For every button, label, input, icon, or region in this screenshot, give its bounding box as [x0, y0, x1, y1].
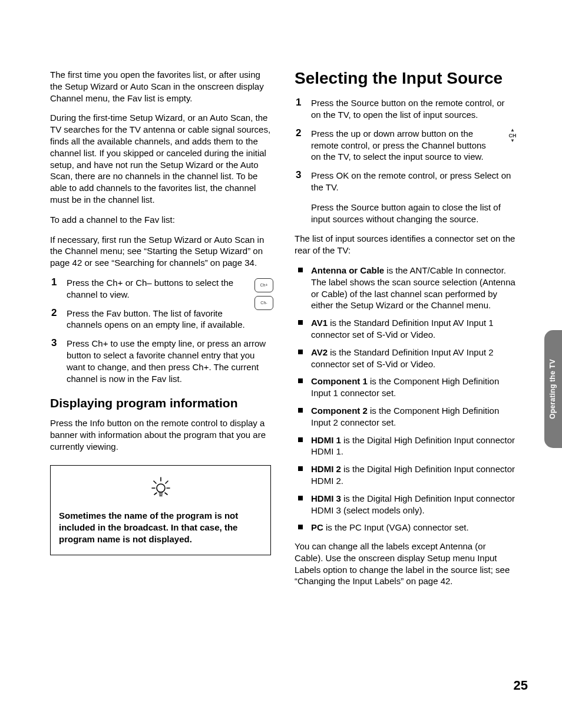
- input-desc: is the Digital High Definition Input con…: [311, 464, 515, 486]
- step-text: Press the Source button on the remote co…: [311, 98, 505, 120]
- input-label: HDMI 1: [311, 435, 341, 445]
- step-3: 3 Press Ch+ to use the empty line, or pr…: [67, 338, 271, 384]
- tip-box: Sometimes the name of the program is not…: [50, 465, 271, 555]
- right-column: Selecting the Input Source 1 Press the S…: [295, 69, 515, 595]
- ch-plus-icon: Ch+: [254, 278, 273, 292]
- input-label: Component 1: [311, 376, 368, 386]
- paragraph: If necessary, first run the Setup Wizard…: [50, 234, 271, 269]
- list-item: AV1 is the Standard Definition Input AV …: [311, 317, 515, 341]
- input-desc: is the Digital High Definition Input con…: [311, 493, 515, 515]
- input-label: AV1: [311, 318, 328, 328]
- arrow-down-icon: ▼: [506, 139, 519, 144]
- paragraph: To add a channel to the Fav list:: [50, 214, 271, 226]
- step-number: 2: [51, 307, 57, 319]
- page-content: The first time you open the favorites li…: [50, 69, 515, 595]
- svg-line-3: [166, 481, 168, 483]
- left-column: The first time you open the favorites li…: [50, 69, 271, 595]
- input-desc: is the Standard Definition Input AV Inpu…: [311, 347, 494, 369]
- svg-line-7: [165, 493, 167, 495]
- input-label: HDMI 3: [311, 493, 341, 503]
- step-1: 1 Press the Source button on the remote …: [311, 97, 515, 121]
- tip-text: Sometimes the name of the program is not…: [59, 510, 262, 545]
- input-desc: is the Standard Definition Input AV Inpu…: [311, 318, 494, 340]
- list-item: PC is the PC Input (VGA) connector set.: [311, 522, 515, 533]
- input-label: AV2: [311, 347, 328, 357]
- step-text: Press the Fav button. The list of favori…: [67, 308, 271, 331]
- step-3: 3 Press OK on the remote control, or pre…: [311, 170, 515, 193]
- heading-selecting-input-source: Selecting the Input Source: [295, 69, 515, 88]
- step-number: 3: [51, 337, 57, 350]
- list-item: HDMI 2 is the Digital High Definition In…: [311, 463, 515, 487]
- step-2: 2 Press the Fav button. The list of favo…: [67, 308, 271, 331]
- svg-point-0: [157, 484, 165, 492]
- paragraph: Press the Source button again to close t…: [295, 202, 515, 225]
- paragraph: The list of input sources identifies a c…: [295, 233, 515, 256]
- svg-line-2: [154, 481, 156, 483]
- svg-line-6: [154, 493, 157, 495]
- list-item: Antenna or Cable is the ANT/Cable In con…: [311, 265, 515, 311]
- paragraph: You can change all the labels except Ant…: [295, 541, 515, 587]
- list-item: HDMI 3 is the Digital High Definition In…: [311, 493, 515, 516]
- step-number: 2: [296, 127, 301, 140]
- paragraph: The first time you open the favorites li…: [50, 69, 271, 104]
- step-number: 1: [296, 96, 301, 109]
- input-label: Component 2: [311, 406, 368, 416]
- lightbulb-icon: [59, 476, 262, 502]
- paragraph: During the first-time Setup Wizard, or a…: [50, 112, 271, 205]
- input-desc: is the PC Input (VGA) connector set.: [323, 522, 469, 532]
- step-2: 2 Press the up or down arrow button on t…: [311, 128, 515, 163]
- channel-arrows-icon: ▲ CH ▼: [506, 128, 519, 144]
- input-label: PC: [311, 522, 323, 532]
- input-source-list: Antenna or Cable is the ANT/Cable In con…: [295, 265, 515, 533]
- step-number: 3: [296, 169, 301, 182]
- step-text: Press the up or down arrow button on the…: [311, 128, 515, 163]
- step-text: Press the Ch+ or Ch– buttons to select t…: [67, 277, 271, 301]
- input-source-steps: 1 Press the Source button on the remote …: [295, 97, 515, 193]
- input-desc: is the Digital High Definition Input con…: [311, 435, 515, 457]
- paragraph: Press the Info button on the remote cont…: [50, 417, 271, 452]
- input-label: Antenna or Cable: [311, 265, 384, 275]
- step-number: 1: [51, 276, 57, 289]
- list-item: Component 2 is the Component High Defini…: [311, 405, 515, 429]
- step-text: Press Ch+ to use the empty line, or pres…: [67, 338, 266, 383]
- page-number: 25: [514, 677, 528, 694]
- heading-displaying-program-info: Displaying program information: [50, 395, 271, 411]
- fav-list-steps: 1 Press the Ch+ or Ch– buttons to select…: [50, 277, 271, 384]
- step-1: 1 Press the Ch+ or Ch– buttons to select…: [67, 277, 271, 301]
- section-tab: Operating the TV: [544, 330, 562, 448]
- list-item: AV2 is the Standard Definition Input AV …: [311, 347, 515, 370]
- section-tab-label: Operating the TV: [548, 359, 558, 419]
- input-label: HDMI 2: [311, 464, 341, 474]
- list-item: HDMI 1 is the Digital High Definition In…: [311, 434, 515, 458]
- list-item: Component 1 is the Component High Defini…: [311, 375, 515, 399]
- step-text: Press OK on the remote control, or press…: [311, 170, 511, 192]
